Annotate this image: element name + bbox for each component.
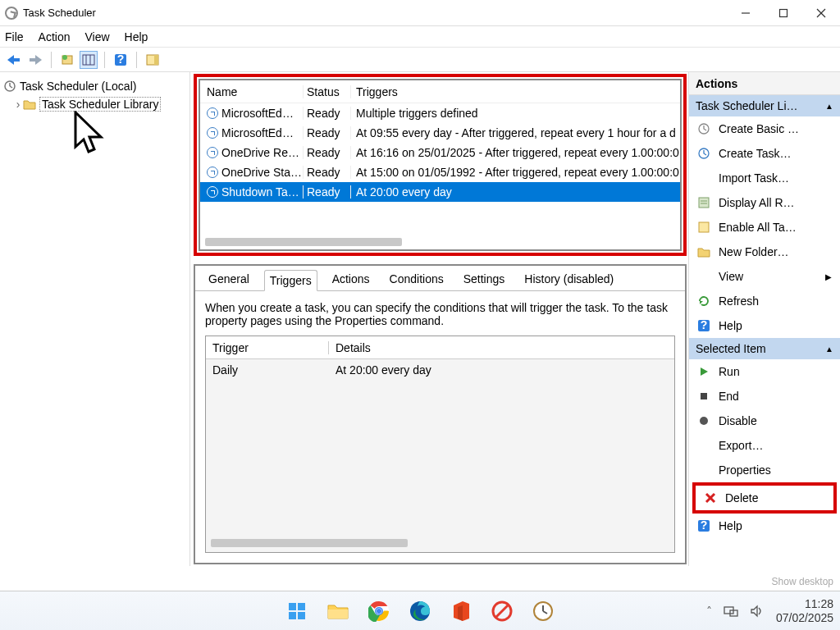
edge-icon[interactable]: [409, 600, 431, 623]
task-row[interactable]: OneDrive Re… Ready At 16:16 on 25/01/202…: [200, 143, 680, 162]
task-list-highlight: Name Status Triggers MicrosoftEd… Ready …: [194, 74, 687, 256]
tray-volume-icon[interactable]: [750, 605, 765, 618]
svg-rect-5: [30, 58, 36, 62]
svg-rect-33: [298, 603, 305, 610]
tab-actions[interactable]: Actions: [327, 269, 375, 290]
col-triggers[interactable]: Triggers: [351, 85, 680, 98]
svg-line-43: [495, 605, 509, 618]
toolbar: ?: [0, 48, 840, 72]
action-view[interactable]: View▶: [689, 264, 840, 289]
tool-columns[interactable]: [80, 51, 98, 69]
col-status[interactable]: Status: [304, 85, 351, 98]
maximize-button[interactable]: [765, 0, 802, 25]
tree-root[interactable]: Task Scheduler (Local): [3, 77, 186, 95]
explorer-icon[interactable]: [326, 600, 349, 623]
tab-triggers[interactable]: Triggers: [264, 270, 317, 291]
action-disable[interactable]: Disable: [689, 409, 840, 433]
task-scheduler-icon[interactable]: [532, 600, 555, 623]
svg-rect-32: [289, 603, 296, 610]
close-button[interactable]: [802, 0, 840, 25]
action-end[interactable]: End: [689, 384, 840, 409]
svg-rect-4: [13, 58, 20, 62]
tree-library-label: Task Scheduler Library: [39, 97, 161, 112]
menu-view[interactable]: View: [84, 30, 109, 43]
menu-action[interactable]: Action: [39, 30, 71, 43]
svg-rect-1: [780, 9, 788, 16]
cursor-icon: [72, 111, 107, 160]
taskbar: ˄ 11:28 07/02/2025: [0, 591, 840, 630]
horizontal-scrollbar[interactable]: [211, 539, 408, 547]
tool-show-panel[interactable]: [144, 51, 162, 69]
task-icon: [207, 186, 218, 198]
window-title: Task Scheduler: [23, 7, 727, 19]
col-name[interactable]: Name: [200, 85, 304, 98]
svg-rect-20: [699, 198, 709, 208]
tool-help[interactable]: ?: [112, 51, 130, 69]
svg-point-7: [62, 55, 67, 60]
start-button[interactable]: [285, 600, 308, 623]
task-icon: [207, 147, 218, 158]
svg-point-27: [700, 417, 708, 425]
blocked-icon[interactable]: [491, 600, 514, 623]
tray-clock[interactable]: 11:28 07/02/2025: [776, 597, 833, 625]
tray-network-icon[interactable]: [724, 605, 738, 618]
section-selected[interactable]: Selected Item▲: [689, 338, 840, 359]
action-refresh[interactable]: Refresh: [689, 289, 840, 313]
svg-rect-23: [699, 222, 709, 232]
col-trigger[interactable]: Trigger: [206, 341, 329, 354]
action-create-task[interactable]: Create Task…: [689, 141, 840, 166]
actions-pane: Actions Task Scheduler Li…▲ Create Basic…: [688, 72, 840, 566]
separator: [51, 52, 52, 68]
tab-settings[interactable]: Settings: [459, 269, 510, 290]
menubar: File Action View Help: [0, 26, 840, 48]
action-run[interactable]: Run: [689, 359, 840, 384]
tray-chevron-icon[interactable]: ˄: [706, 605, 712, 618]
minimize-button[interactable]: [727, 0, 765, 25]
svg-line-17: [10, 86, 12, 88]
office-icon[interactable]: [450, 600, 472, 623]
tab-description: When you create a task, you can specify …: [205, 301, 675, 327]
horizontal-scrollbar[interactable]: [205, 238, 402, 246]
delete-highlight: Delete: [692, 482, 837, 514]
action-import-task[interactable]: Import Task…: [689, 166, 840, 190]
menu-file[interactable]: File: [5, 30, 24, 43]
task-list: Name Status Triggers MicrosoftEd… Ready …: [199, 79, 682, 251]
task-row[interactable]: OneDrive Sta… Ready At 15:00 on 01/05/19…: [200, 162, 680, 182]
action-help[interactable]: ?Help: [689, 313, 840, 338]
tab-conditions[interactable]: Conditions: [385, 269, 449, 290]
tab-general[interactable]: General: [203, 269, 254, 290]
svg-rect-36: [328, 609, 348, 619]
chrome-icon[interactable]: [368, 600, 390, 623]
action-display-all[interactable]: Display All R…: [689, 190, 840, 215]
task-row[interactable]: MicrosoftEd… Ready At 09:55 every day - …: [200, 123, 680, 143]
action-new-folder[interactable]: New Folder…: [689, 240, 840, 264]
svg-text:?: ?: [701, 519, 708, 532]
col-details[interactable]: Details: [329, 341, 674, 354]
action-create-basic[interactable]: Create Basic …: [689, 116, 840, 141]
trigger-table: Trigger Details Daily At 20:00 every day: [205, 336, 675, 553]
trigger-row[interactable]: Daily At 20:00 every day: [206, 359, 674, 381]
action-help-2[interactable]: ?Help: [689, 514, 840, 538]
task-row[interactable]: MicrosoftEd… Ready Multiple triggers def…: [200, 103, 680, 123]
back-button[interactable]: [5, 51, 23, 69]
tool-create[interactable]: [58, 51, 76, 69]
task-row-selected[interactable]: Shutdown Ta… Ready At 20:00 every day: [200, 182, 680, 202]
tab-history[interactable]: History (disabled): [519, 269, 619, 290]
app-clock-icon: [5, 7, 18, 20]
section-library[interactable]: Task Scheduler Li…▲: [689, 95, 840, 116]
task-icon: [207, 167, 218, 178]
svg-point-40: [377, 609, 381, 614]
tree-root-label: Task Scheduler (Local): [20, 80, 136, 93]
action-delete[interactable]: Delete: [696, 486, 833, 510]
forward-button[interactable]: [26, 51, 44, 69]
svg-rect-35: [298, 612, 305, 619]
separator: [136, 52, 137, 68]
action-enable-all[interactable]: Enable All Ta…: [689, 215, 840, 240]
collapse-icon: ▲: [825, 345, 833, 354]
expand-icon[interactable]: ›: [13, 98, 23, 111]
separator: [104, 52, 105, 68]
action-export[interactable]: Export…: [689, 433, 840, 458]
menu-help[interactable]: Help: [125, 30, 148, 43]
titlebar: Task Scheduler: [0, 0, 840, 26]
action-properties[interactable]: Properties: [689, 458, 840, 482]
